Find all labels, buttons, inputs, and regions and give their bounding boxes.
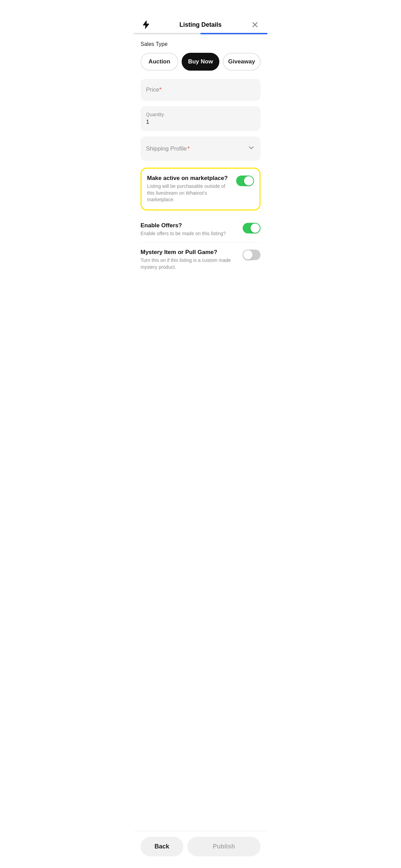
giveaway-button[interactable]: Giveaway bbox=[223, 53, 260, 71]
offers-toggle-knob bbox=[251, 224, 260, 233]
buy-now-button[interactable]: Buy Now bbox=[182, 53, 219, 71]
mystery-toggle[interactable] bbox=[243, 250, 260, 260]
sales-type-label: Sales Type bbox=[141, 41, 260, 47]
chevron-down-icon bbox=[247, 144, 255, 153]
close-button[interactable] bbox=[250, 19, 260, 30]
offers-toggle-text: Enable Offers? Enable offers to be made … bbox=[141, 222, 243, 237]
progress-bar bbox=[134, 33, 267, 34]
sales-type-selector: Auction Buy Now Giveaway bbox=[141, 53, 260, 71]
page-title: Listing Details bbox=[179, 21, 221, 28]
price-label: Price bbox=[146, 86, 159, 93]
mystery-title: Mystery Item or Pull Game? bbox=[141, 249, 239, 256]
quantity-label: Quantity bbox=[146, 112, 255, 117]
offers-desc: Enable offers to be made on this listing… bbox=[141, 230, 239, 237]
marketplace-toggle-slider bbox=[236, 176, 254, 186]
price-required-indicator: * bbox=[159, 86, 162, 93]
progress-segment-2 bbox=[200, 33, 267, 34]
offers-toggle-row: Enable Offers? Enable offers to be made … bbox=[141, 216, 260, 243]
marketplace-toggle-knob bbox=[244, 176, 253, 185]
offers-toggle-slider bbox=[243, 223, 260, 233]
auction-button[interactable]: Auction bbox=[141, 53, 178, 71]
quantity-value: 1 bbox=[146, 119, 255, 125]
mystery-toggle-text: Mystery Item or Pull Game? Turn this on … bbox=[141, 249, 243, 270]
header: Listing Details bbox=[134, 15, 267, 33]
offers-toggle[interactable] bbox=[243, 223, 260, 233]
mystery-desc: Turn this on if this listing is a custom… bbox=[141, 257, 239, 270]
mystery-toggle-knob bbox=[243, 250, 253, 260]
marketplace-title: Make active on marketplace? bbox=[147, 175, 232, 182]
price-field[interactable]: Price * bbox=[141, 79, 260, 101]
progress-segment-1 bbox=[134, 33, 200, 34]
shipping-field[interactable]: Shipping Profile * bbox=[141, 136, 260, 161]
shipping-required-indicator: * bbox=[187, 145, 190, 152]
logo-icon[interactable] bbox=[141, 19, 151, 30]
marketplace-desc: Listing will be purchasable outside of t… bbox=[147, 183, 232, 203]
mystery-toggle-row: Mystery Item or Pull Game? Turn this on … bbox=[141, 243, 260, 276]
shipping-label: Shipping Profile bbox=[146, 145, 187, 152]
offers-title: Enable Offers? bbox=[141, 222, 239, 229]
quantity-field[interactable]: Quantity 1 bbox=[141, 106, 260, 131]
marketplace-toggle-text: Make active on marketplace? Listing will… bbox=[147, 175, 236, 203]
marketplace-toggle[interactable] bbox=[236, 176, 254, 186]
mystery-toggle-slider bbox=[243, 250, 260, 260]
marketplace-toggle-highlighted: Make active on marketplace? Listing will… bbox=[141, 168, 260, 210]
